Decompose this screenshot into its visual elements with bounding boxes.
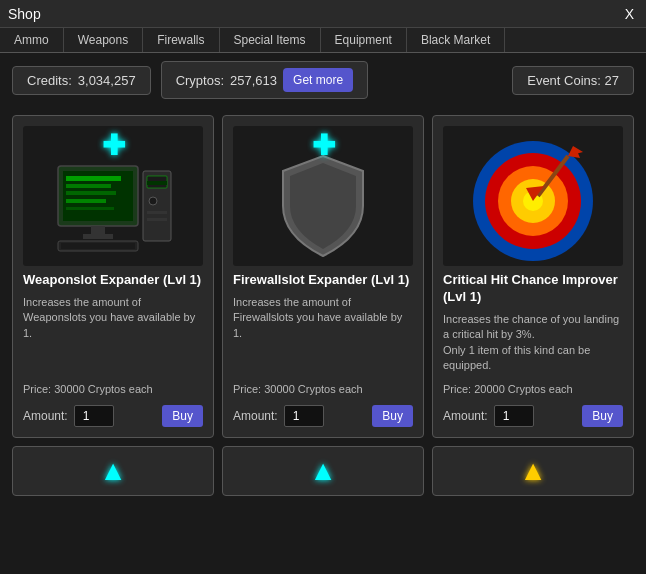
item-image-weaponslot: ✚ [23,126,203,266]
computer-image [48,156,178,256]
credits-value: 3,034,257 [78,73,136,88]
bottom-row: ▲ ▲ ▲ [0,446,646,504]
svg-rect-11 [147,181,167,185]
tab-ammo[interactable]: Ammo [0,28,64,52]
arrow-up-icon-1: ▲ [99,455,127,487]
target-image [468,136,598,266]
bottom-card-3: ▲ [432,446,634,496]
cryptos-value: 257,613 [230,73,277,88]
shield-image [273,151,373,261]
amount-input-critical[interactable] [494,405,534,427]
event-coins-label: Event Coins: 27 [527,73,619,88]
amount-label-firewallslot: Amount: [233,409,278,423]
item-desc-weaponslot: Increases the amount of Weaponslots you … [23,295,203,373]
buy-button-critical[interactable]: Buy [582,405,623,427]
svg-rect-7 [91,226,105,234]
amount-label-weaponslot: Amount: [23,409,68,423]
buy-button-firewallslot[interactable]: Buy [372,405,413,427]
item-title-weaponslot: Weaponslot Expander (Lvl 1) [23,272,203,289]
svg-rect-2 [66,176,121,181]
nav-tabs: Ammo Weapons Firewalls Special Items Equ… [0,28,646,53]
item-firewallslot-expander: ✚ Firewallslot Expander (Lvl 1) Increase… [222,115,424,438]
item-desc-critical: Increases the chance of you landing a cr… [443,312,623,374]
credits-label: Credits: [27,73,72,88]
item-footer-firewallslot: Amount: Buy [233,405,413,427]
item-weaponslot-expander: ✚ [12,115,214,438]
get-more-button[interactable]: Get more [283,68,353,92]
item-image-firewallslot: ✚ [233,126,413,266]
amount-input-firewallslot[interactable] [284,405,324,427]
items-grid: ✚ [0,107,646,446]
title-bar: Shop X [0,0,646,28]
amount-input-weaponslot[interactable] [74,405,114,427]
tab-special-items[interactable]: Special Items [220,28,321,52]
arrow-up-icon-3: ▲ [519,455,547,487]
item-price-weaponslot: Price: 30000 Cryptos each [23,383,203,395]
tab-weapons[interactable]: Weapons [64,28,143,52]
svg-rect-6 [66,207,114,210]
credits-box: Credits: 3,034,257 [12,66,151,95]
svg-rect-4 [66,191,116,195]
item-image-critical [443,126,623,266]
amount-label-critical: Amount: [443,409,488,423]
tab-firewalls[interactable]: Firewalls [143,28,219,52]
main-content: ✚ [0,107,646,574]
currency-bar: Credits: 3,034,257 Cryptos: 257,613 Get … [0,53,646,107]
svg-rect-14 [147,218,167,221]
buy-button-weaponslot[interactable]: Buy [162,405,203,427]
svg-rect-13 [147,211,167,214]
svg-rect-8 [83,234,113,239]
svg-point-12 [149,197,157,205]
bottom-card-2: ▲ [222,446,424,496]
item-critical-hit-improver: Critical Hit Chance Improver (Lvl 1) Inc… [432,115,634,438]
item-desc-firewallslot: Increases the amount of Firewallslots yo… [233,295,413,373]
cryptos-box: Cryptos: 257,613 Get more [161,61,368,99]
item-title-critical: Critical Hit Chance Improver (Lvl 1) [443,272,623,306]
svg-rect-16 [61,243,135,249]
arrow-up-icon-2: ▲ [309,455,337,487]
window-title: Shop [8,6,41,22]
plus-icon-firewallslot: ✚ [312,132,335,160]
item-price-firewallslot: Price: 30000 Cryptos each [233,383,413,395]
svg-rect-3 [66,184,111,188]
plus-icon-weaponslot: ✚ [102,132,125,160]
item-footer-weaponslot: Amount: Buy [23,405,203,427]
tab-black-market[interactable]: Black Market [407,28,505,52]
tab-equipment[interactable]: Equipment [321,28,407,52]
cryptos-label: Cryptos: [176,73,224,88]
event-coins-box: Event Coins: 27 [512,66,634,95]
item-title-firewallslot: Firewallslot Expander (Lvl 1) [233,272,413,289]
svg-rect-5 [66,199,106,203]
item-price-critical: Price: 20000 Cryptos each [443,383,623,395]
bottom-card-1: ▲ [12,446,214,496]
item-footer-critical: Amount: Buy [443,405,623,427]
close-button[interactable]: X [621,6,638,22]
